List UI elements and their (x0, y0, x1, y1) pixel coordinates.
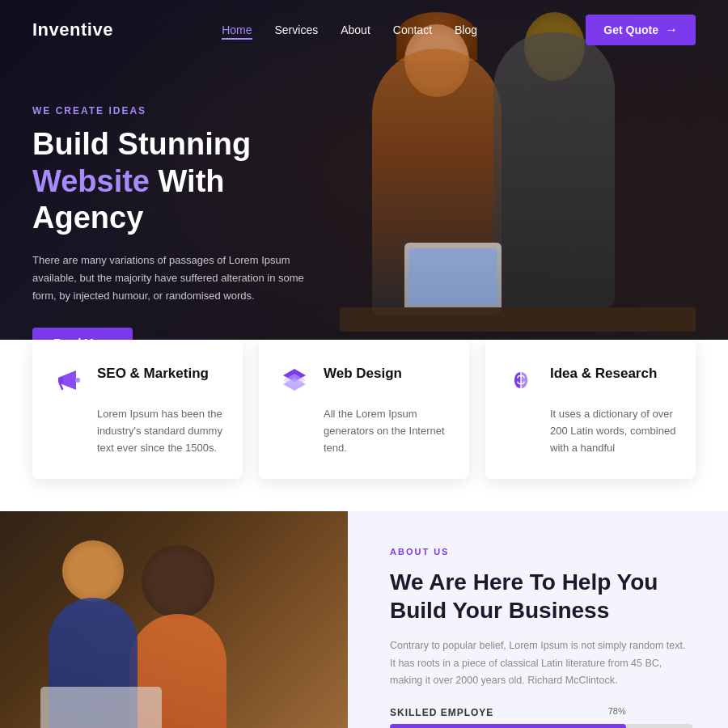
nav-link-blog[interactable]: Blog (455, 23, 477, 36)
svg-rect-0 (58, 377, 63, 383)
about-person-2-head (142, 545, 214, 618)
skill-label: SKILLED EMPLOYE (390, 707, 692, 718)
layers-icon (277, 362, 312, 398)
nav-item-about[interactable]: About (341, 23, 370, 37)
navbar: Inventive Home Services About Contact Bl… (0, 0, 728, 60)
card-header-seo: SEO & Marketing (50, 362, 225, 398)
card-desc-seo: Lorem Ipsum has been the industry's stan… (97, 406, 225, 456)
about-person-1-head (62, 540, 124, 602)
about-description: Contrary to popular belief, Lorem Ipsum … (390, 637, 692, 689)
nav-item-contact[interactable]: Contact (393, 23, 432, 37)
nav-item-home[interactable]: Home (222, 23, 252, 37)
get-quote-label: Get Quote (603, 23, 658, 36)
card-header-idea: Idea & Research (503, 362, 678, 398)
about-image (0, 511, 348, 728)
services-cards-row: SEO & Marketing Lorem Ipsum has been the… (32, 340, 696, 479)
card-title-idea: Idea & Research (550, 366, 657, 382)
service-card-idea: Idea & Research It uses a dictionary of … (485, 340, 696, 479)
services-section: SEO & Marketing Lorem Ipsum has been the… (0, 340, 728, 511)
nav-link-home[interactable]: Home (222, 23, 252, 40)
hero-description: There are many variations of passages of… (32, 252, 324, 305)
laptop-screen (408, 248, 497, 305)
card-title-webdesign: Web Design (324, 366, 402, 382)
person-2-body (493, 32, 615, 307)
about-section: ABOUT US We Are Here To Help You Build Y… (0, 511, 728, 728)
service-card-seo: SEO & Marketing Lorem Ipsum has been the… (32, 340, 243, 479)
about-laptop (40, 687, 162, 728)
card-header-webdesign: Web Design (277, 362, 451, 398)
about-content: ABOUT US We Are Here To Help You Build Y… (348, 511, 728, 728)
desk-surface (340, 307, 696, 332)
brain-icon (503, 362, 539, 398)
skill-bar-fill: 78% (390, 724, 626, 728)
nav-item-services[interactable]: Services (275, 23, 319, 37)
nav-item-blog[interactable]: Blog (455, 23, 477, 37)
skilled-employee-bar: SKILLED EMPLOYE 78% (390, 707, 692, 728)
hero-eyebrow: WE CREATE IDEAS (32, 105, 324, 116)
about-eyebrow: ABOUT US (390, 547, 692, 557)
card-desc-idea: It uses a dictionary of over 200 Latin w… (550, 406, 678, 456)
skill-bar-track: 78% (390, 724, 692, 728)
nav-link-contact[interactable]: Contact (393, 23, 432, 36)
card-desc-webdesign: All the Lorem Ipsum generators on the In… (324, 406, 451, 456)
svg-point-1 (75, 378, 80, 383)
card-title-seo: SEO & Marketing (97, 366, 209, 382)
hero-title-accent: Website (32, 164, 150, 198)
arrow-icon: → (665, 23, 678, 37)
nav-link-about[interactable]: About (341, 23, 370, 36)
brand-logo: Inventive (32, 19, 113, 40)
hero-title: Build Stunning Website With Agency (32, 126, 324, 237)
skill-percentage: 78% (608, 706, 626, 716)
about-title: We Are Here To Help You Build Your Busin… (390, 568, 692, 624)
nav-link-services[interactable]: Services (275, 23, 319, 36)
service-card-webdesign: Web Design All the Lorem Ipsum generator… (259, 340, 469, 479)
hero-title-normal: Build Stunning (32, 127, 251, 161)
get-quote-button[interactable]: Get Quote → (586, 15, 696, 45)
nav-links: Home Services About Contact Blog (222, 23, 477, 37)
megaphone-icon (50, 362, 86, 398)
